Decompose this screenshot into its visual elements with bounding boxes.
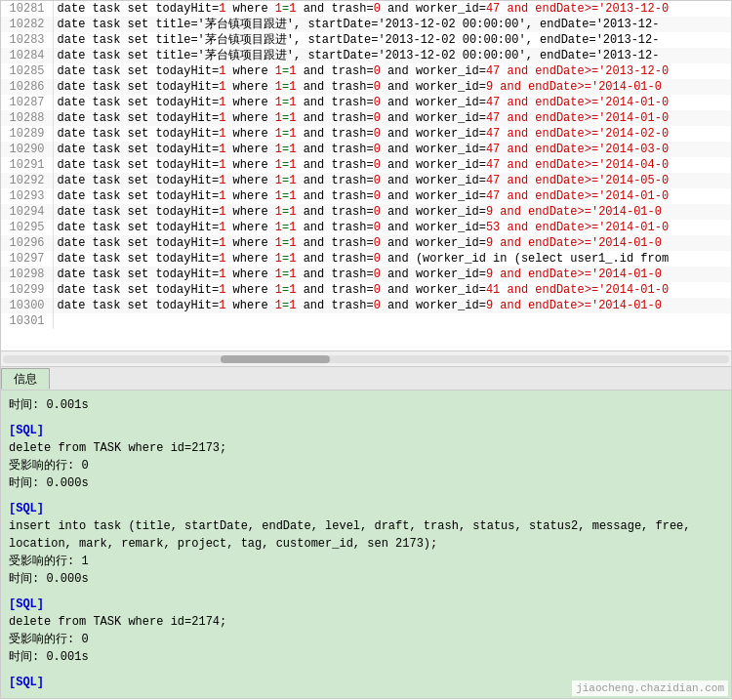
line-number: 10287 — [1, 95, 53, 110]
line-content: date task set todayHit=1 where 1=1 and t… — [53, 142, 731, 157]
tab-info[interactable]: 信息 — [1, 368, 50, 390]
table-row: 10285date task set todayHit=1 where 1=1 … — [1, 63, 731, 79]
line-content: date task set todayHit=1 where 1=1 and t… — [53, 173, 731, 188]
scroll-track[interactable] — [3, 355, 729, 363]
code-area: 10281date task set todayHit=1 where 1=1 … — [0, 0, 732, 351]
line-number: 10291 — [1, 157, 53, 173]
line-number: 10292 — [1, 173, 53, 188]
line-number: 10296 — [1, 235, 53, 251]
line-number: 10281 — [1, 1, 53, 17]
info-area: 时间: 0.001s[SQL]delete from TASK where id… — [0, 391, 732, 699]
table-row: 10283date task set title='茅台镇项目跟进', star… — [1, 32, 731, 48]
line-content: date task set todayHit=1 where 1=1 and t… — [53, 282, 731, 298]
line-content: date task set todayHit=1 where 1=1 and t… — [53, 126, 731, 142]
table-row: 10299date task set todayHit=1 where 1=1 … — [1, 282, 731, 298]
sql-tag: [SQL] — [9, 422, 723, 439]
table-row: 10297date task set todayHit=1 where 1=1 … — [1, 251, 731, 267]
table-row: 10290date task set todayHit=1 where 1=1 … — [1, 142, 731, 157]
watermark: jiaocheng.chazidian.com — [572, 680, 728, 696]
affected-rows: 受影响的行: 0 — [9, 631, 723, 648]
tabs-area: 信息 — [0, 367, 732, 391]
sql-content: delete from TASK where id=2173; — [9, 439, 723, 457]
table-row: 10288date task set todayHit=1 where 1=1 … — [1, 110, 731, 126]
line-number: 10282 — [1, 17, 53, 32]
blank-line — [9, 414, 723, 422]
table-row: 10300date task set todayHit=1 where 1=1 … — [1, 298, 731, 313]
line-number: 10284 — [1, 48, 53, 63]
execution-time: 时间: 0.000s — [9, 474, 723, 492]
line-number: 10298 — [1, 267, 53, 282]
line-content: date task set todayHit=1 where 1=1 and t… — [53, 63, 731, 79]
affected-rows: 受影响的行: 1 — [9, 553, 723, 570]
horizontal-scrollbar[interactable] — [0, 351, 732, 367]
line-content: date task set todayHit=1 where 1=1 and t… — [53, 220, 731, 235]
line-content: date task set todayHit=1 where 1=1 and t… — [53, 110, 731, 126]
sql-content: delete from TASK where id=2174; — [9, 613, 723, 631]
table-row: 10287date task set todayHit=1 where 1=1 … — [1, 95, 731, 110]
line-number: 10295 — [1, 220, 53, 235]
line-content: date task set title='茅台镇项目跟进', startDate… — [53, 32, 731, 48]
line-content — [53, 313, 731, 329]
affected-rows: 受影响的行: 0 — [9, 457, 723, 474]
table-row: 10286date task set todayHit=1 where 1=1 … — [1, 79, 731, 95]
execution-time: 时间: 0.000s — [9, 570, 723, 588]
table-row: 10281date task set todayHit=1 where 1=1 … — [1, 1, 731, 17]
sql-content: insert into task (title, startDate, endD… — [9, 517, 723, 553]
execution-time: 时间: 0.001s — [9, 648, 723, 666]
table-row: 10294date task set todayHit=1 where 1=1 … — [1, 204, 731, 220]
line-number: 10288 — [1, 110, 53, 126]
line-content: date task set todayHit=1 where 1=1 and t… — [53, 188, 731, 204]
line-content: date task set todayHit=1 where 1=1 and t… — [53, 204, 731, 220]
sql-tag: [SQL] — [9, 500, 723, 517]
table-row: 10293date task set todayHit=1 where 1=1 … — [1, 188, 731, 204]
line-number: 10290 — [1, 142, 53, 157]
table-row: 10292date task set todayHit=1 where 1=1 … — [1, 173, 731, 188]
code-table: 10281date task set todayHit=1 where 1=1 … — [1, 1, 731, 329]
info-content: 时间: 0.001s[SQL]delete from TASK where id… — [9, 396, 723, 699]
blank-line — [9, 492, 723, 500]
line-number: 10285 — [1, 63, 53, 79]
line-number: 10283 — [1, 32, 53, 48]
line-number: 10299 — [1, 282, 53, 298]
table-row: 10291date task set todayHit=1 where 1=1 … — [1, 157, 731, 173]
line-content: date task set todayHit=1 where 1=1 and t… — [53, 1, 731, 17]
blank-line — [9, 588, 723, 596]
line-number: 10286 — [1, 79, 53, 95]
line-content: date task set todayHit=1 where 1=1 and t… — [53, 298, 731, 313]
table-row: 10298date task set todayHit=1 where 1=1 … — [1, 267, 731, 282]
table-row: 10284date task set title='茅台镇项目跟进', star… — [1, 48, 731, 63]
blank-line — [9, 666, 723, 674]
line-content: date task set title='茅台镇项目跟进', startDate… — [53, 48, 731, 63]
line-content: date task set todayHit=1 where 1=1 and t… — [53, 251, 731, 267]
scroll-thumb[interactable] — [221, 355, 330, 363]
line-number: 10300 — [1, 298, 53, 313]
line-number: 10297 — [1, 251, 53, 267]
execution-time: 时间: 0.001s — [9, 396, 723, 414]
line-number: 10301 — [1, 313, 53, 329]
line-number: 10294 — [1, 204, 53, 220]
line-number: 10289 — [1, 126, 53, 142]
table-row: 10301 — [1, 313, 731, 329]
line-content: date task set title='茅台镇项目跟进', startDate… — [53, 17, 731, 32]
line-content: date task set todayHit=1 where 1=1 and t… — [53, 79, 731, 95]
line-content: date task set todayHit=1 where 1=1 and t… — [53, 157, 731, 173]
table-row: 10282date task set title='茅台镇项目跟进', star… — [1, 17, 731, 32]
line-content: date task set todayHit=1 where 1=1 and t… — [53, 235, 731, 251]
line-content: date task set todayHit=1 where 1=1 and t… — [53, 95, 731, 110]
table-row: 10295date task set todayHit=1 where 1=1 … — [1, 220, 731, 235]
line-content: date task set todayHit=1 where 1=1 and t… — [53, 267, 731, 282]
table-row: 10296date task set todayHit=1 where 1=1 … — [1, 235, 731, 251]
table-row: 10289date task set todayHit=1 where 1=1 … — [1, 126, 731, 142]
line-number: 10293 — [1, 188, 53, 204]
sql-tag: [SQL] — [9, 596, 723, 613]
